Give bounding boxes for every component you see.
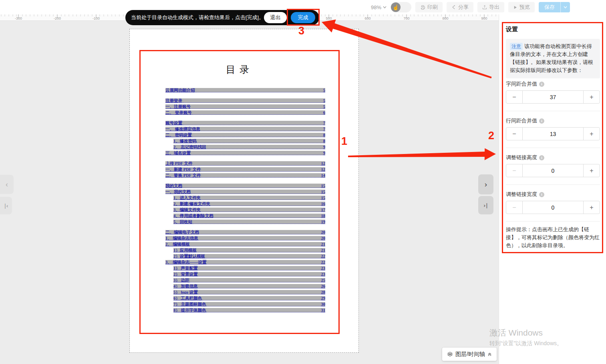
ruler-label: 600 [364,16,370,20]
toc-entry-page: 8 [323,133,325,137]
toc-entry-text: 3、编辑文件夹 [173,208,201,212]
link-height-value[interactable]: 0 [522,164,584,177]
toc-entry[interactable]: 6） 工具栏颜色29 [173,296,325,300]
minus-button[interactable]: − [506,201,522,214]
dotted-leader [201,128,323,131]
first-page-button[interactable]: ∣‹ [0,197,12,214]
prev-page-button[interactable]: ‹ [0,175,14,194]
toc-group: 云展网功能介绍5 [165,88,325,92]
layers-timeline-button[interactable]: 图层/时间轴 [442,348,497,361]
printer-icon [420,5,425,10]
toc-entry[interactable]: 4、停用或者删除文档18 [173,214,325,218]
hand-mode-toggle[interactable]: ☝ [391,2,411,12]
toc-entry[interactable]: 3） 边距25 [173,278,325,282]
toc-entry-text: 我的文档 [165,184,182,188]
toc-entry[interactable]: 1、修改密码8 [173,139,325,143]
toc-entry[interactable]: 二、替换 PDF 文件14 [165,173,325,178]
dotted-leader [206,309,320,312]
divider [506,184,600,185]
toc-entry[interactable]: 2、 忘记密码找回9 [173,145,325,149]
toc-entry[interactable]: 3、 编辑杂志——设置22 [165,260,325,264]
toc-entry[interactable]: 一、注册账号5 [165,104,325,109]
toc-entry[interactable]: 8） 提示字体颜色31 [173,308,325,312]
export-button[interactable]: 导出 [477,2,504,12]
toc-entry-page: 7 [323,127,325,131]
toc-entry[interactable]: 上传 PDF 文件12 [165,161,325,166]
line-spacing-value[interactable]: 13 [522,128,584,140]
toc-entry[interactable]: 注册登录5 [165,98,325,103]
preview-button[interactable]: 预览 [508,2,535,12]
exit-button[interactable]: 退出 [264,12,287,23]
toc-entry-page: 8 [323,139,325,143]
toc-entry[interactable]: 账号设置7 [165,121,325,125]
toc-entry-text: 二、 登录账号 [165,110,192,115]
dotted-leader [207,261,320,264]
plus-button[interactable]: + [584,128,600,140]
toc-entry[interactable]: 云展网功能介绍5 [165,88,325,92]
toc-entry-text: 1）应用模板 [173,248,197,252]
toc-entry[interactable]: 2） 背景设置23 [173,272,325,276]
minus-button[interactable]: − [506,128,522,140]
toc-entry[interactable]: 2、新建/修改文件夹16 [173,202,325,206]
zoom-level-value: 98% [371,4,381,10]
info-icon[interactable]: i [539,192,544,197]
toc-entry-page: 21 [321,248,326,252]
toc-entry[interactable]: 我的文档15 [165,184,325,188]
dotted-leader [198,285,320,288]
save-dropdown-caret[interactable] [560,2,570,12]
toc-entry[interactable]: 一、 修改绑定信息7 [165,127,325,131]
info-icon[interactable]: i [539,82,544,87]
ruler-label: -100 [93,16,100,20]
dotted-leader [205,255,321,258]
share-button[interactable]: 分享 [447,2,473,12]
toc-entry[interactable]: 二、 登录账号6 [165,110,325,115]
zoom-level-dropdown[interactable]: 98% [371,4,387,10]
done-button[interactable]: 完成 [291,12,315,23]
toc-entry-text: 1） 声音配置 [173,266,197,270]
toc-entry[interactable]: 2、 编辑模板21 [165,242,325,246]
plus-button[interactable]: + [584,201,600,214]
save-button[interactable]: 保存 [539,2,570,12]
toc-entry-text: 三、域名设置 [165,151,191,155]
hand-pointer-icon: ☝ [391,2,401,12]
minus-button[interactable]: − [506,91,522,103]
info-icon[interactable]: i [539,118,544,124]
toc-entry[interactable]: 4） 加载信息26 [173,284,325,288]
toc-entry[interactable]: 7） 主题图标颜色30 [173,302,325,306]
minus-button[interactable]: − [506,164,522,177]
toc-entry[interactable]: 二、编辑电子文档20 [165,230,325,234]
plus-button[interactable]: + [584,91,600,103]
toc-entry[interactable]: 5） logo 设置28 [173,290,325,294]
toc-entry-text: 2）设置默认模板 [173,254,205,258]
toc-entry[interactable]: 二、 密码设置8 [165,133,325,137]
toc-entry[interactable]: 一、新建 PDF 文件12 [165,167,325,172]
toc-entry-text: 2、新建/修改文件夹 [173,202,210,206]
plus-button[interactable]: + [584,164,600,177]
toc-entry[interactable]: 5、回收站19 [173,220,325,224]
toc-entry[interactable]: 3、编辑文件夹17 [173,208,325,212]
toc-entry[interactable]: 一、我的文档15 [165,190,325,194]
toc-entry-page: 5 [323,98,325,103]
toc-entry-page: 30 [321,302,326,306]
next-page-button[interactable]: › [478,174,493,194]
info-icon[interactable]: i [539,155,544,160]
toc-entry-text: 一、新建 PDF 文件 [165,167,201,172]
chevron-left-icon: ‹ [6,180,8,189]
dotted-leader [191,105,323,109]
toc-entry[interactable]: 1、 编辑杂志信息20 [165,236,325,240]
toc-entry[interactable]: 2）设置默认模板22 [173,254,325,258]
canvas-workspace[interactable]: 目录 云展网功能介绍5注册登录5一、注册账号5二、 登录账号6账号设置7一、 修… [0,21,499,364]
toc-entry-page: 26 [321,284,326,288]
toc-entry[interactable]: 1） 声音配置23 [173,266,325,270]
link-width-value[interactable]: 0 [522,201,584,214]
notification-message: 当前处于目录自动生成模式，请检查结果后，点击[完成]。 [131,14,264,21]
last-page-button[interactable]: ›∣ [478,196,493,214]
toc-entry[interactable]: 三、域名设置9 [165,151,325,155]
print-button[interactable]: 印刷 [415,2,443,12]
toc-entry[interactable]: 1、进入文件夹15 [173,196,325,200]
toc-entry-text: 3） 边距 [173,278,189,282]
toc-entry-page: 14 [321,173,326,178]
char-spacing-stepper: − 37 + [506,90,600,104]
char-spacing-value[interactable]: 37 [522,91,584,103]
toc-entry[interactable]: 1）应用模板21 [173,248,325,252]
